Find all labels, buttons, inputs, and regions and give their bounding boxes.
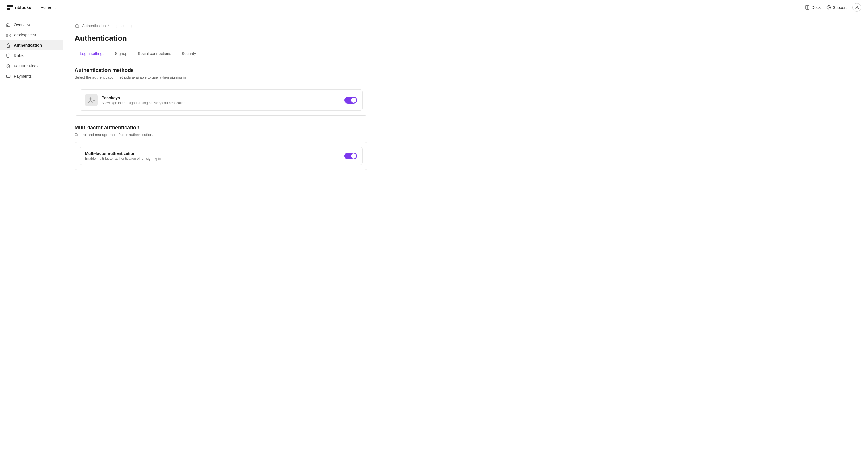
sidebar-item-label: Feature Flags [14,64,38,68]
sidebar-item-roles[interactable]: Roles [0,50,63,61]
tab-security[interactable]: Security [177,48,202,59]
workspaces-icon [6,32,11,38]
brand-name: nblocks [15,5,31,10]
svg-rect-18 [9,36,10,37]
workspace-chevron-icon[interactable]: ⌄ [54,5,57,9]
workspace-name: Acme [41,5,51,10]
passkeys-icon [88,96,95,104]
svg-point-8 [828,7,829,8]
passkeys-option-row: Passkeys Allow sign in and signup using … [80,90,363,111]
user-avatar[interactable] [852,3,861,12]
svg-point-7 [827,5,830,9]
mfa-card: Multi-factor authentication Enable multi… [74,142,367,170]
svg-point-13 [856,6,858,7]
svg-rect-17 [9,34,10,35]
shield-icon [6,53,11,58]
svg-point-20 [8,46,9,46]
svg-rect-0 [7,5,10,7]
passkeys-title: Passkeys [102,96,185,100]
sidebar-item-label: Authentication [14,43,42,47]
auth-methods-title: Authentication methods [74,67,367,73]
mfa-toggle[interactable] [344,152,357,160]
app-body: Overview Workspaces [0,15,868,475]
passkeys-desc: Allow sign in and signup using passkeys … [102,101,185,105]
mfa-option-title: Multi-factor authentication [85,151,161,156]
sidebar-item-label: Roles [14,53,24,58]
svg-rect-16 [6,36,8,37]
breadcrumb-home-icon[interactable] [74,23,80,28]
logo-icon [7,4,13,11]
sidebar-item-workspaces[interactable]: Workspaces [0,30,63,40]
main-content: Authentication / Login settings Authenti… [63,15,379,475]
sidebar-item-overview[interactable]: Overview [0,20,63,30]
svg-point-25 [90,98,91,100]
svg-rect-2 [7,8,10,10]
tab-social-connections[interactable]: Social connections [133,48,177,59]
docs-label: Docs [811,5,820,10]
sidebar-item-payments[interactable]: Payments [0,71,63,81]
svg-line-11 [827,8,828,8]
breadcrumb-current: Login settings [112,24,134,28]
docs-icon [805,5,810,10]
lock-icon [6,43,11,48]
logo: nblocks [7,4,31,11]
mfa-desc: Control and manage multi-factor authenti… [74,133,367,137]
page-title: Authentication [74,34,367,43]
breadcrumb-separator: / [108,24,109,28]
passkeys-icon-bg [85,94,98,106]
mfa-title: Multi-factor authentication [74,125,367,131]
card-icon [6,74,11,79]
sidebar: Overview Workspaces [0,15,63,475]
mfa-option-row: Multi-factor authentication Enable multi… [80,147,363,165]
svg-rect-14 [8,25,9,26]
passkeys-toggle[interactable] [344,97,357,104]
sidebar-item-label: Workspaces [14,33,36,37]
support-label: Support [833,5,847,10]
sidebar-item-feature-flags[interactable]: Feature Flags [0,61,63,71]
sidebar-item-label: Payments [14,74,32,78]
tabs: Login settings Signup Social connections… [74,48,367,59]
svg-rect-23 [7,76,8,77]
breadcrumb: Authentication / Login settings [74,23,367,28]
support-button[interactable]: Support [826,5,847,10]
layers-icon [6,63,11,69]
avatar-icon [855,5,859,10]
auth-methods-desc: Select the authentication methods availa… [74,75,367,79]
svg-rect-1 [10,5,13,7]
support-icon [826,5,831,10]
sidebar-item-label: Overview [14,22,30,27]
tab-signup[interactable]: Signup [110,48,133,59]
home-icon [6,22,11,27]
auth-methods-card: Passkeys Allow sign in and signup using … [74,84,367,115]
svg-rect-15 [6,34,8,35]
docs-button[interactable]: Docs [805,5,820,10]
svg-rect-21 [7,75,10,78]
topnav: nblocks Acme ⌄ Docs Support [0,0,868,15]
nav-divider [36,5,36,10]
breadcrumb-parent[interactable]: Authentication [82,24,105,28]
mfa-option-desc: Enable multi-factor authentication when … [85,157,161,161]
tab-login-settings[interactable]: Login settings [74,48,110,59]
svg-line-12 [829,8,830,8]
sidebar-item-authentication[interactable]: Authentication [0,40,63,50]
